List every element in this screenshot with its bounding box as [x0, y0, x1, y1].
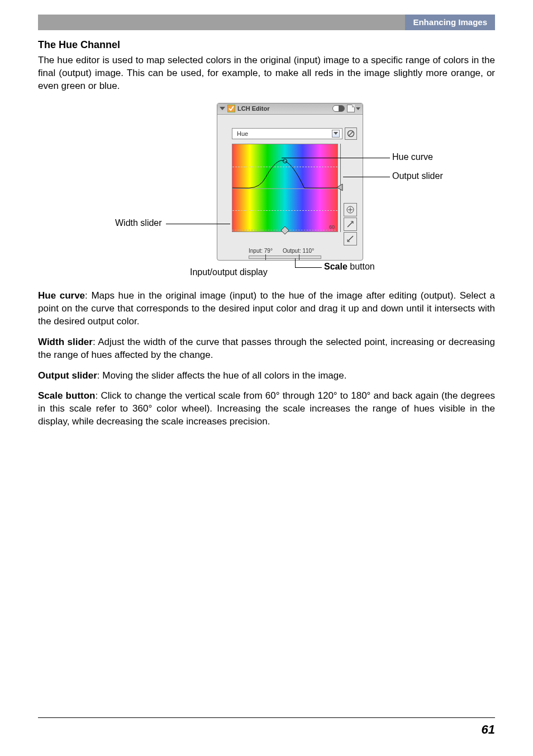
collapse-icon[interactable]: [220, 107, 225, 110]
io-display-label: Input/output display: [190, 267, 268, 277]
hue-curve-label: Hue curve: [392, 152, 433, 162]
output-tick: [299, 254, 299, 260]
def-output-slider: Output slider: Moving the slider affects…: [38, 370, 495, 382]
curve-point[interactable]: [283, 159, 287, 163]
section-tab: Enhancing Images: [405, 15, 495, 30]
scale-icon: [346, 220, 354, 228]
figure: LCH Editor Hue: [38, 101, 495, 285]
callout-line: [282, 158, 390, 158]
io-display: Input: 79° Output: 110°: [249, 248, 314, 254]
panel-titlebar[interactable]: LCH Editor: [217, 103, 363, 115]
scale-readout: 60: [329, 224, 335, 230]
callout-line: [343, 177, 390, 177]
no-symbol-icon: [347, 130, 355, 138]
callout-line: [166, 224, 230, 224]
document-icon[interactable]: [347, 105, 355, 112]
toggle-pill-icon[interactable]: [332, 105, 345, 112]
def-scale-button: Scale button: Click to change the vertic…: [38, 390, 495, 428]
scale-down-icon: [346, 235, 354, 243]
scale-button[interactable]: [344, 218, 357, 231]
checkbox-icon[interactable]: [227, 105, 235, 112]
io-slider-bar[interactable]: [249, 256, 321, 259]
menu-icon[interactable]: [356, 107, 360, 110]
callout-line: [295, 258, 296, 267]
plus-circle-icon: [346, 206, 354, 214]
output-slider-label: Output slider: [392, 171, 443, 181]
reset-button[interactable]: [345, 127, 357, 140]
width-slider-label: Width slider: [115, 218, 162, 228]
header-band: Enhancing Images: [38, 15, 495, 30]
svg-line-7: [348, 236, 353, 242]
scale-down-button[interactable]: [344, 232, 357, 245]
def-width-slider: Width slider: Adjust the width of the cu…: [38, 336, 495, 362]
channel-dropdown[interactable]: Hue: [232, 128, 342, 139]
input-value: Input: 79°: [249, 248, 273, 254]
chevron-down-icon[interactable]: [332, 130, 340, 138]
dropdown-value: Hue: [237, 130, 248, 137]
page-number: 61: [482, 722, 495, 737]
output-slider-handle[interactable]: [337, 184, 342, 191]
width-slider-handle[interactable]: [281, 226, 289, 234]
lch-editor-panel: LCH Editor Hue: [217, 103, 363, 261]
def-hue-curve: Hue curve: Maps hue in the original imag…: [38, 290, 495, 328]
intro-paragraph: The hue editor is used to map selected c…: [38, 54, 495, 93]
scale-button-label: Scale button: [324, 262, 375, 272]
hue-curve-area[interactable]: [232, 144, 338, 232]
footer-rule: [38, 717, 495, 718]
page-heading: The Hue Channel: [38, 39, 495, 51]
add-point-button[interactable]: [344, 203, 357, 216]
svg-line-2: [349, 131, 353, 136]
input-tick: [265, 254, 266, 260]
output-value: Output: 110°: [283, 248, 314, 254]
callout-line: [295, 267, 322, 268]
svg-line-6: [348, 221, 353, 227]
panel-title-text: LCH Editor: [237, 105, 269, 112]
